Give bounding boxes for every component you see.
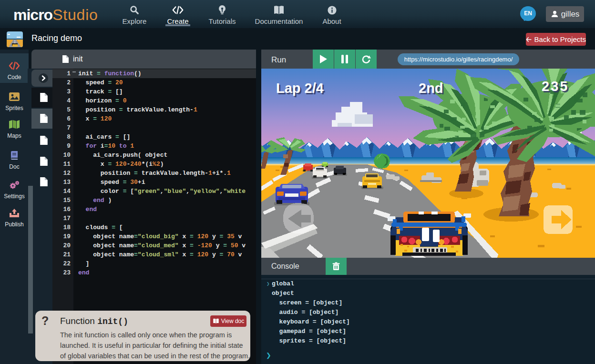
svg-text:235: 235: [542, 79, 569, 94]
svg-text:2nd: 2nd: [419, 81, 443, 96]
svg-text:Lap 2/4: Lap 2/4: [276, 81, 324, 96]
